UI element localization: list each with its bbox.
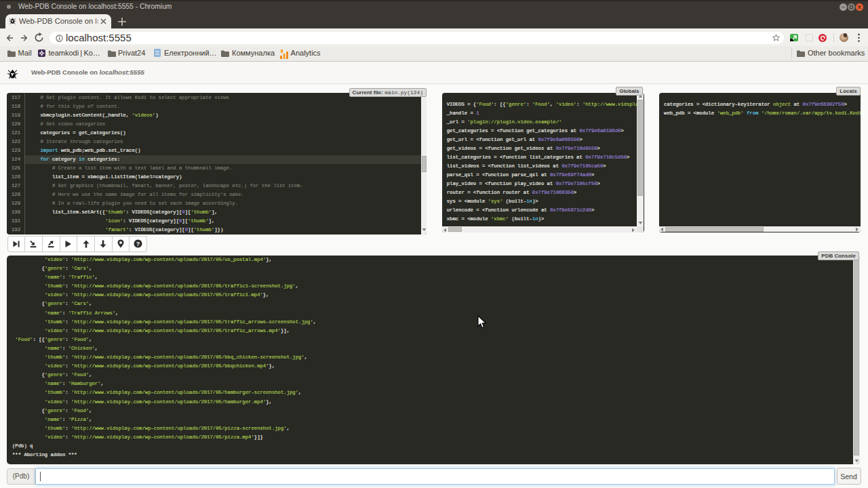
svg-text:?: ?	[136, 241, 140, 247]
